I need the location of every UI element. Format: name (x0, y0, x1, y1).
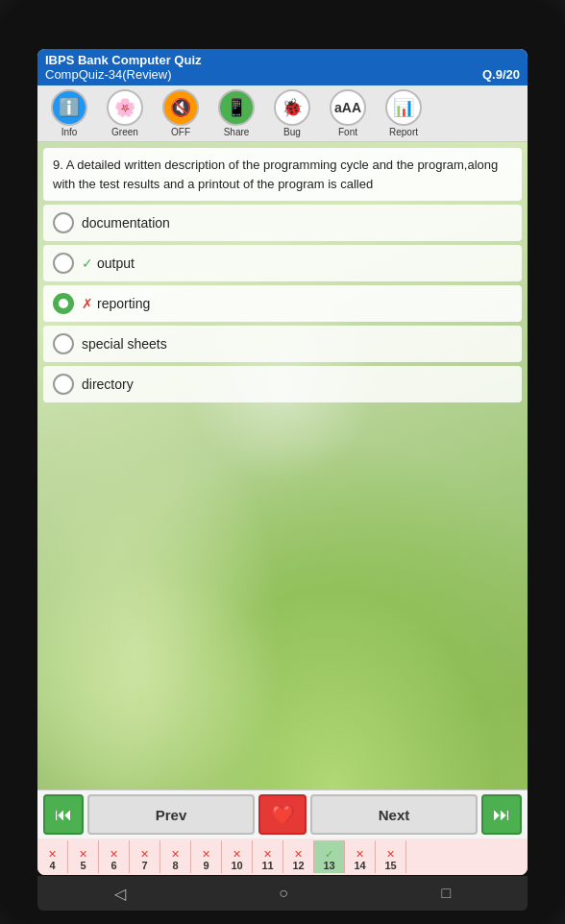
cross-mark-c: ✗ (82, 296, 93, 311)
first-icon: ⏮ (55, 805, 72, 825)
dot-mark-14: ✕ (356, 849, 364, 860)
dot-num-13: 13 (323, 860, 334, 871)
radio-e (53, 374, 74, 395)
toolbar-green-btn[interactable]: 🌸 Green (99, 89, 151, 137)
last-icon: ⏭ (493, 805, 510, 825)
back-nav-icon[interactable]: ◁ (114, 885, 126, 903)
heart-icon: ❤️ (271, 803, 295, 826)
heart-button[interactable]: ❤️ (258, 794, 307, 835)
toolbar-info-btn[interactable]: ℹ️ Info (43, 89, 95, 137)
question-counter: Q.9/20 (482, 67, 520, 82)
question-dots-row: ✕4✕5✕6✕7✕8✕9✕10✕11✕12✓13✕14✕15 (37, 839, 528, 875)
option-d-text: special sheets (82, 336, 167, 352)
last-question-btn[interactable]: ⏭ (481, 794, 522, 835)
radio-b (53, 253, 74, 274)
question-number: 9. (53, 158, 63, 172)
report-label: Report (389, 127, 418, 137)
question-box: 9. A detailed written description of the… (43, 148, 522, 201)
recent-nav-icon[interactable]: □ (442, 885, 452, 902)
dot-cell-15[interactable]: ✕15 (376, 840, 406, 873)
dot-cell-5[interactable]: ✕5 (68, 840, 99, 873)
next-button[interactable]: Next (310, 794, 478, 835)
dot-mark-9: ✕ (202, 849, 210, 860)
dot-mark-4: ✕ (48, 849, 57, 860)
next-label: Next (379, 807, 410, 823)
dot-num-5: 5 (80, 860, 86, 871)
option-b[interactable]: ✓ output (43, 245, 522, 281)
prev-button[interactable]: Prev (87, 794, 255, 835)
info-label: Info (61, 127, 78, 137)
content-area: 9. A detailed written description of the… (37, 142, 528, 875)
home-nav-icon[interactable]: ○ (279, 885, 288, 902)
dot-num-6: 6 (111, 860, 116, 871)
dot-num-12: 12 (292, 860, 304, 871)
quiz-name: CompQuiz-34(Review) (45, 67, 171, 82)
dot-mark-6: ✕ (110, 849, 118, 860)
screen: IBPS Bank Computer Quiz CompQuiz-34(Revi… (37, 49, 528, 875)
dot-cell-7[interactable]: ✕7 (130, 840, 160, 873)
dot-cell-9[interactable]: ✕9 (191, 840, 222, 873)
toolbar-font-btn[interactable]: aAA Font (322, 89, 374, 137)
green-icon: 🌸 (107, 89, 143, 126)
option-e[interactable]: directory (43, 366, 522, 402)
first-question-btn[interactable]: ⏮ (43, 794, 84, 835)
dot-num-7: 7 (141, 860, 147, 871)
check-mark-b: ✓ (82, 255, 93, 271)
prev-label: Prev (156, 807, 187, 823)
device: IBPS Bank Computer Quiz CompQuiz-34(Revi… (0, 0, 565, 924)
off-icon: 🔇 (162, 89, 199, 126)
toolbar: ℹ️ Info 🌸 Green 🔇 OFF 📱 Share 🐞 Bug aAA (37, 85, 528, 142)
off-label: OFF (171, 127, 190, 137)
question-text: A detailed written description of the pr… (53, 158, 498, 191)
toolbar-report-btn[interactable]: 📊 Report (378, 89, 430, 137)
toolbar-off-btn[interactable]: 🔇 OFF (155, 89, 207, 137)
radio-d (53, 333, 74, 354)
dot-cell-6[interactable]: ✕6 (99, 840, 130, 873)
dot-cell-10[interactable]: ✕10 (222, 840, 253, 873)
dot-mark-13: ✓ (325, 849, 333, 860)
option-e-text: directory (82, 377, 134, 392)
toolbar-bug-btn[interactable]: 🐞 Bug (266, 89, 318, 137)
info-icon: ℹ️ (51, 89, 87, 126)
dot-mark-8: ✕ (171, 849, 180, 860)
bug-label: Bug (283, 127, 301, 137)
dot-mark-10: ✕ (233, 849, 241, 860)
option-a-text: documentation (82, 215, 170, 231)
dot-num-9: 9 (203, 860, 209, 871)
dot-num-15: 15 (384, 860, 396, 871)
dot-cell-14[interactable]: ✕14 (345, 840, 376, 873)
dot-num-4: 4 (49, 860, 55, 871)
dot-num-10: 10 (231, 860, 242, 871)
app-title: IBPS Bank Computer Quiz (45, 53, 520, 67)
dot-mark-5: ✕ (79, 849, 87, 860)
report-icon: 📊 (385, 89, 422, 126)
dot-num-8: 8 (172, 860, 178, 871)
font-icon: aAA (330, 89, 366, 126)
font-label: Font (338, 127, 357, 137)
dot-mark-12: ✕ (294, 849, 303, 860)
option-c[interactable]: ✗ reporting (43, 285, 522, 322)
dot-num-11: 11 (261, 860, 273, 871)
share-label: Share (224, 127, 250, 137)
option-c-text: ✗ reporting (82, 296, 150, 311)
dot-cell-13[interactable]: ✓13 (314, 840, 345, 873)
dot-cell-11[interactable]: ✕11 (253, 840, 283, 873)
dot-cell-12[interactable]: ✕12 (283, 840, 314, 873)
dot-cell-4[interactable]: ✕4 (37, 840, 68, 873)
toolbar-share-btn[interactable]: 📱 Share (210, 89, 262, 137)
option-a[interactable]: documentation (43, 205, 522, 241)
dot-cell-8[interactable]: ✕8 (160, 840, 191, 873)
dot-num-14: 14 (354, 860, 365, 871)
green-label: Green (111, 127, 138, 137)
radio-c (53, 293, 74, 314)
bug-icon: 🐞 (274, 89, 310, 126)
header-bar: IBPS Bank Computer Quiz CompQuiz-34(Revi… (37, 49, 528, 85)
radio-a (53, 212, 74, 233)
option-b-text: ✓ output (82, 255, 135, 271)
options-container: documentation ✓ output ✗ repor (43, 205, 522, 402)
option-d[interactable]: special sheets (43, 326, 522, 362)
dot-mark-15: ✕ (386, 849, 395, 860)
dot-mark-7: ✕ (140, 849, 149, 860)
dot-mark-11: ✕ (263, 849, 272, 860)
android-nav-bar: ◁ ○ □ (37, 876, 528, 911)
